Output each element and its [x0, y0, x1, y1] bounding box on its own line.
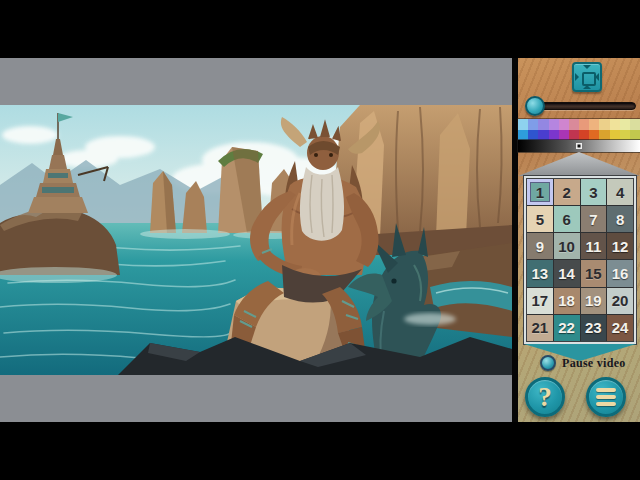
- palette-swatch-light-2[interactable]: [528, 119, 538, 130]
- palette-swatch-light-9[interactable]: [599, 119, 609, 130]
- palette-swatch-sat-2[interactable]: [528, 130, 538, 141]
- color-cell-2[interactable]: 2: [554, 179, 580, 205]
- color-cell-12[interactable]: 12: [607, 233, 633, 259]
- color-cell-21[interactable]: 21: [527, 315, 553, 341]
- painting-canvas[interactable]: [0, 105, 512, 375]
- grayscale-marker[interactable]: [576, 143, 582, 149]
- game-window: 123456789101112131415161718192021222324 …: [0, 0, 640, 480]
- color-cell-24[interactable]: 24: [607, 315, 633, 341]
- tool-sidebar: 123456789101112131415161718192021222324 …: [518, 58, 640, 422]
- color-cell-14[interactable]: 14: [554, 260, 580, 286]
- palette-swatch-sat-7[interactable]: [579, 130, 589, 141]
- menu-button[interactable]: [586, 377, 626, 417]
- palette-swatch-light-11[interactable]: [620, 119, 630, 130]
- color-cell-16[interactable]: 16: [607, 260, 633, 286]
- palette-swatch-sat-5[interactable]: [559, 130, 569, 141]
- palette-swatch-light-5[interactable]: [559, 119, 569, 130]
- palette-swatch-light-10[interactable]: [610, 119, 620, 130]
- color-cell-5[interactable]: 5: [527, 206, 553, 232]
- help-button[interactable]: ?: [525, 377, 565, 417]
- palette-swatch-light-1[interactable]: [518, 119, 528, 130]
- color-cell-15[interactable]: 15: [581, 260, 607, 286]
- palette-swatch-sat-11[interactable]: [620, 130, 630, 141]
- canvas-background: [0, 58, 512, 422]
- fit-view-icon: [582, 72, 596, 86]
- question-mark-icon: ?: [528, 381, 562, 413]
- color-cell-19[interactable]: 19: [581, 288, 607, 314]
- color-cell-1[interactable]: 1: [527, 179, 553, 205]
- panel-top-ornament: [518, 152, 640, 176]
- color-cell-11[interactable]: 11: [581, 233, 607, 259]
- color-cell-6[interactable]: 6: [554, 206, 580, 232]
- color-number-grid: 123456789101112131415161718192021222324: [526, 178, 634, 342]
- fit-view-button[interactable]: [572, 62, 602, 92]
- palette-swatch-sat-4[interactable]: [549, 130, 559, 141]
- pause-video-toggle[interactable]: [540, 355, 556, 371]
- palette-swatch-sat-3[interactable]: [538, 130, 548, 141]
- palette-swatch-sat-8[interactable]: [589, 130, 599, 141]
- palette-swatch-light-3[interactable]: [538, 119, 548, 130]
- palette-swatch-sat-6[interactable]: [569, 130, 579, 141]
- palette-swatch-sat-1[interactable]: [518, 130, 528, 141]
- color-cell-3[interactable]: 3: [581, 179, 607, 205]
- palette-swatch-light-6[interactable]: [569, 119, 579, 130]
- palette-swatch-light-7[interactable]: [579, 119, 589, 130]
- color-number-panel: 123456789101112131415161718192021222324: [524, 176, 636, 344]
- color-cell-18[interactable]: 18: [554, 288, 580, 314]
- palette-swatch-light-12[interactable]: [630, 119, 640, 130]
- color-cell-23[interactable]: 23: [581, 315, 607, 341]
- palette-swatch-sat-10[interactable]: [610, 130, 620, 141]
- palette-swatch-light-8[interactable]: [589, 119, 599, 130]
- color-cell-8[interactable]: 8: [607, 206, 633, 232]
- color-cell-17[interactable]: 17: [527, 288, 553, 314]
- grayscale-bar[interactable]: [518, 140, 640, 152]
- color-cell-22[interactable]: 22: [554, 315, 580, 341]
- palette-swatch-light-4[interactable]: [549, 119, 559, 130]
- painting-scene: [0, 105, 512, 375]
- color-cell-9[interactable]: 9: [527, 233, 553, 259]
- color-cell-7[interactable]: 7: [581, 206, 607, 232]
- color-cell-13[interactable]: 13: [527, 260, 553, 286]
- hamburger-icon: [596, 388, 616, 409]
- hue-palette: [518, 119, 640, 140]
- color-cell-20[interactable]: 20: [607, 288, 633, 314]
- pause-video-label: Pause video: [562, 356, 626, 371]
- color-cell-4[interactable]: 4: [607, 179, 633, 205]
- color-cell-10[interactable]: 10: [554, 233, 580, 259]
- pause-video-row: Pause video: [518, 354, 640, 374]
- palette-swatch-sat-12[interactable]: [630, 130, 640, 141]
- palette-swatch-sat-9[interactable]: [599, 130, 609, 141]
- zoom-slider-knob[interactable]: [525, 96, 545, 116]
